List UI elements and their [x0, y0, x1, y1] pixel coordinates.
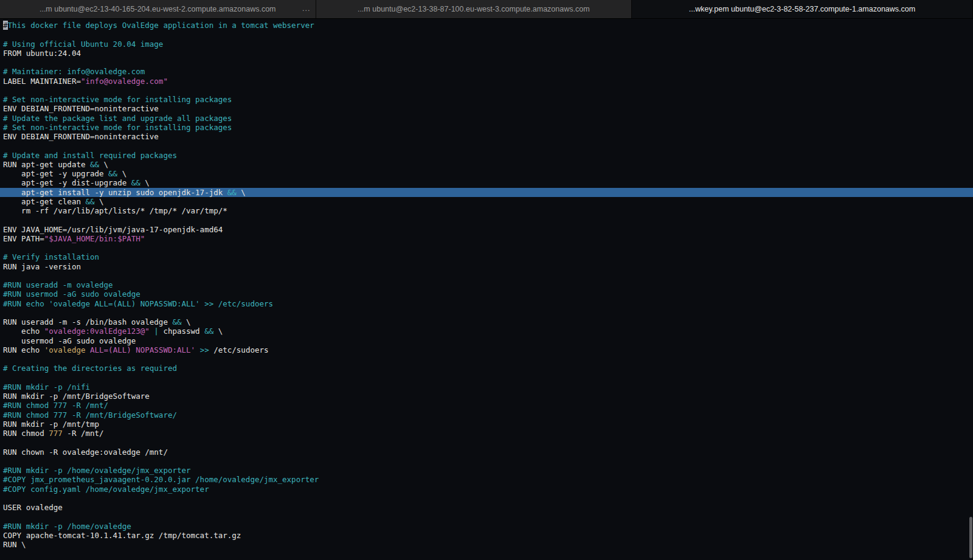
code-token: chpasswd	[159, 327, 204, 336]
code-token: #RUN mkdir -p /home/ovaledge/jmx_exporte…	[3, 466, 191, 475]
code-token: echo	[3, 327, 44, 336]
terminal-line: ENV DEBIAN_FRONTEND=noninteractive	[3, 132, 973, 141]
code-token: RUN apt-get update	[3, 160, 90, 169]
terminal-line: # Set non-interactive mode for installin…	[3, 123, 973, 132]
terminal-line	[3, 438, 973, 447]
terminal-line: apt-get clean && \	[3, 197, 973, 206]
terminal-line: apt-get -y dist-upgrade && \	[3, 178, 973, 187]
code-token: \	[237, 188, 246, 197]
code-token: 'ovaledge	[44, 345, 90, 354]
terminal-line	[3, 308, 973, 317]
terminal-line: # Using official Ubuntu 20.04 image	[3, 40, 973, 49]
code-token: &&	[90, 160, 99, 169]
code-token: \	[140, 178, 150, 187]
code-token: apt-get clean	[3, 197, 85, 206]
tab-overflow-ellipsis[interactable]: ...	[302, 4, 310, 13]
terminal-line	[3, 30, 973, 39]
terminal-line: #RUN echo 'ovaledge ALL=(ALL) NOPASSWD:A…	[3, 299, 973, 308]
code-token: RUN java -version	[3, 262, 81, 271]
terminal-line: #COPY config.yaml /home/ovaledge/jmx_exp…	[3, 485, 973, 494]
terminal-line: # Update the package list and upgrade al…	[3, 114, 973, 123]
code-token: &&	[204, 327, 213, 336]
terminal-line: RUN \	[3, 540, 973, 549]
code-token: # Using official Ubuntu 20.04 image	[3, 40, 163, 49]
terminal-cursor: #	[3, 21, 8, 30]
code-token: RUN mkdir -p /mnt/tmp	[3, 420, 99, 429]
code-token: ALL=(ALL) NOPASSWD:ALL'	[90, 345, 195, 354]
code-token: apt-get -y dist-upgrade	[3, 178, 131, 187]
code-token: ENV DEBIAN_FRONTEND=noninteractive	[3, 132, 159, 141]
code-token: /etc/sudoers	[209, 345, 269, 354]
terminal-line: LABEL MAINTAINER="info@ovaledge.com"	[3, 77, 973, 86]
code-token: "ovaledge:0valEdge123@"	[44, 327, 150, 336]
code-token: # Maintainer: info@ovaledge.com	[3, 67, 145, 76]
terminal-line	[3, 271, 973, 280]
tab-title: ...wkey.pem ubuntu@ec2-3-82-58-237.compu…	[676, 5, 929, 13]
terminal-line: usermod -aG sudo ovaledge	[3, 336, 973, 345]
terminal-line: # Set non-interactive mode for installin…	[3, 95, 973, 104]
code-token: #RUN chmod 777 -R /mnt/BridgeSoftware/	[3, 410, 177, 420]
terminal-line	[3, 373, 973, 382]
terminal-line: #RUN chmod 777 -R /mnt/BridgeSoftware/	[3, 410, 973, 420]
tab-title: ...m ubuntu@ec2-13-38-87-100.eu-west-3.c…	[344, 5, 603, 13]
terminal-line	[3, 354, 973, 364]
terminal-line	[3, 215, 973, 224]
terminal-line	[3, 457, 973, 466]
code-token: RUN mkdir -p /mnt/BridgeSoftware	[3, 392, 150, 401]
code-token: FROM ubuntu:24.04	[3, 49, 81, 58]
code-token: # Update the package list and upgrade al…	[3, 114, 232, 123]
terminal-tab-2[interactable]: ...m ubuntu@ec2-13-38-87-100.eu-west-3.c…	[316, 0, 632, 18]
scrollbar-thumb[interactable]	[969, 517, 972, 558]
highlighted-line: apt-get install -y unzip sudo openjdk-17…	[0, 188, 973, 197]
code-token: &&	[172, 317, 181, 327]
terminal-line: ENV DEBIAN_FRONTEND=noninteractive	[3, 104, 973, 113]
terminal-line: RUN java -version	[3, 262, 973, 271]
terminal-line	[3, 512, 973, 521]
code-token: #COPY config.yaml /home/ovaledge/jmx_exp…	[3, 485, 209, 494]
code-token: # Creating the directories as required	[3, 364, 177, 373]
terminal-line: echo "ovaledge:0valEdge123@" | chpasswd …	[3, 327, 973, 336]
terminal-line: # Maintainer: info@ovaledge.com	[3, 67, 973, 76]
code-token: \	[95, 197, 104, 206]
code-token: ENV PATH=	[3, 234, 44, 243]
code-token: #RUN usermod -aG sudo ovaledge	[3, 289, 140, 299]
terminal-content[interactable]: #This docker file deploys OvalEdge appli…	[0, 19, 973, 560]
code-token	[195, 345, 200, 354]
terminal-line: apt-get -y upgrade && \	[3, 169, 973, 178]
terminal-line: #RUN mkdir -p /home/ovaledge	[3, 522, 973, 531]
terminal-tab-3-active[interactable]: ...wkey.pem ubuntu@ec2-3-82-58-237.compu…	[632, 0, 973, 18]
code-token: #RUN mkdir -p /home/ovaledge	[3, 522, 131, 531]
terminal-line	[3, 494, 973, 503]
terminal-line: #RUN chmod 777 -R /mnt/	[3, 401, 973, 410]
code-token: RUN chown -R ovaledge:ovaledge /mnt/	[3, 448, 168, 457]
code-token: ENV JAVA_HOME=/usr/lib/jvm/java-17-openj…	[3, 225, 223, 234]
code-token: &&	[85, 197, 94, 206]
code-token: &&	[227, 188, 237, 197]
code-token: 777	[49, 429, 63, 438]
code-token: >>	[200, 345, 209, 354]
terminal-line: # Update and install required packages	[3, 151, 973, 160]
terminal-line: ENV PATH="$JAVA_HOME/bin:$PATH"	[3, 234, 973, 243]
scrollbar-track[interactable]	[968, 19, 973, 560]
code-token: |	[154, 327, 159, 336]
code-token: RUN echo	[3, 345, 44, 354]
code-token: #RUN echo 'ovaledge ALL=(ALL) NOPASSWD:A…	[3, 299, 273, 308]
code-token: # Set non-interactive mode for installin…	[3, 95, 232, 104]
terminal-tab-1[interactable]: ...m ubuntu@ec2-13-40-165-204.eu-west-2.…	[0, 0, 316, 18]
terminal-line: FROM ubuntu:24.04	[3, 49, 973, 58]
code-token: RUN chmod	[3, 429, 49, 438]
code-token: \	[117, 169, 126, 178]
terminal-line: #RUN mkdir -p /nifi	[3, 382, 973, 392]
code-token: RUN \	[3, 540, 26, 549]
code-token: #RUN useradd -m ovaledge	[3, 280, 113, 289]
terminal-line: # Creating the directories as required	[3, 364, 973, 373]
code-token: # Set non-interactive mode for installin…	[3, 123, 232, 132]
terminal-line: RUN useradd -m -s /bin/bash ovaledge && …	[3, 317, 973, 327]
terminal-line	[3, 58, 973, 67]
terminal-line: # Verify installation	[3, 252, 973, 261]
terminal-line: #COPY jmx_prometheus_javaagent-0.20.0.ja…	[3, 475, 973, 484]
terminal-line: RUN mkdir -p /mnt/BridgeSoftware	[3, 392, 973, 401]
code-token: #RUN mkdir -p /nifi	[3, 382, 90, 392]
terminal-line: ENV JAVA_HOME=/usr/lib/jvm/java-17-openj…	[3, 225, 973, 234]
terminal-window: { "tab_bar": { "tabs": [ {"title": "...m…	[0, 0, 973, 560]
